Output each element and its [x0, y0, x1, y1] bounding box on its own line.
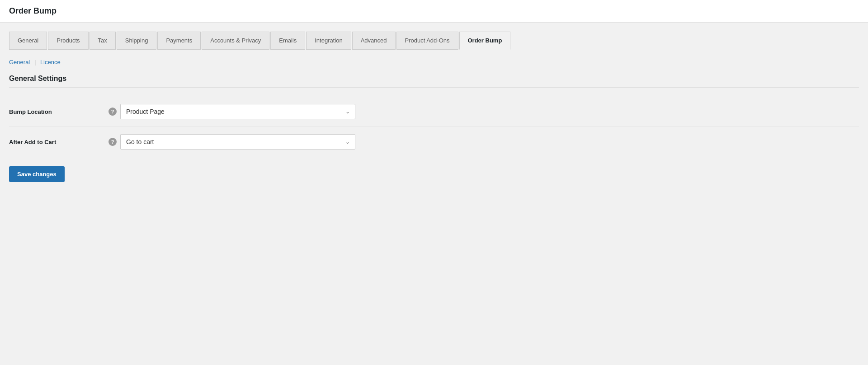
after-add-to-cart-select-wrapper: Go to cart Stay on page Go to checkout ⌄ [120, 134, 355, 150]
bump-location-row: Bump Location ? Product Page Cart Checko… [9, 97, 859, 127]
section-title: General Settings [9, 75, 859, 88]
tab-advanced[interactable]: Advanced [352, 32, 396, 50]
page-header: Order Bump [0, 0, 868, 23]
after-add-to-cart-label-text: After Add to Cart [9, 139, 56, 145]
subnav-separator: | [34, 59, 36, 66]
save-changes-button[interactable]: Save changes [9, 166, 65, 182]
tab-emails[interactable]: Emails [270, 32, 305, 50]
bump-location-label-text: Bump Location [9, 108, 52, 115]
tab-products[interactable]: Products [48, 32, 88, 50]
content-area: General | Licence General Settings Bump … [0, 50, 868, 200]
subnav-licence-link[interactable]: Licence [40, 59, 61, 66]
after-add-to-cart-control: ? Go to cart Stay on page Go to checkout… [108, 134, 355, 150]
tab-integration[interactable]: Integration [306, 32, 351, 50]
tab-order-bump[interactable]: Order Bump [459, 32, 511, 50]
bump-location-label: Bump Location [9, 108, 108, 115]
after-add-to-cart-row: After Add to Cart ? Go to cart Stay on p… [9, 127, 859, 157]
tab-general[interactable]: General [9, 32, 47, 50]
tab-tax[interactable]: Tax [90, 32, 116, 50]
bump-location-select-wrapper: Product Page Cart Checkout ⌄ [120, 104, 355, 119]
bump-location-control: ? Product Page Cart Checkout ⌄ [108, 104, 355, 119]
after-add-to-cart-help-icon[interactable]: ? [108, 138, 117, 146]
tab-shipping[interactable]: Shipping [117, 32, 157, 50]
tabs-bar: General Products Tax Shipping Payments A… [0, 23, 868, 50]
tab-payments[interactable]: Payments [157, 32, 201, 50]
subnav-general-link[interactable]: General [9, 59, 30, 66]
bump-location-help-icon[interactable]: ? [108, 108, 117, 116]
tab-accounts-privacy[interactable]: Accounts & Privacy [202, 32, 269, 50]
bump-location-select[interactable]: Product Page Cart Checkout [120, 104, 355, 119]
after-add-to-cart-label: After Add to Cart [9, 139, 108, 145]
sub-nav: General | Licence [9, 59, 859, 66]
after-add-to-cart-select[interactable]: Go to cart Stay on page Go to checkout [120, 134, 355, 150]
page-title: Order Bump [9, 6, 859, 16]
general-settings-section: Bump Location ? Product Page Cart Checko… [9, 97, 859, 157]
tab-product-add-ons[interactable]: Product Add-Ons [396, 32, 458, 50]
